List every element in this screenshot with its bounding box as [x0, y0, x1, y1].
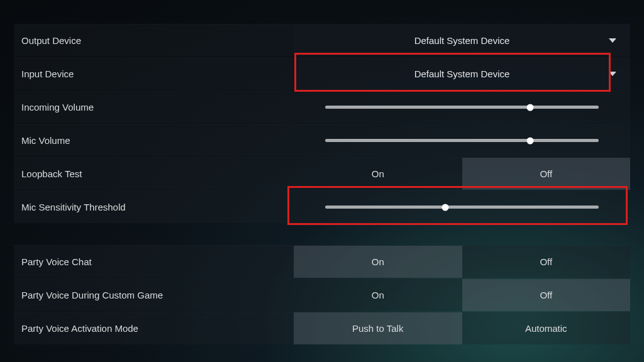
mic-threshold-label: Mic Sensitivity Threshold	[14, 202, 294, 212]
incoming-volume-row: Incoming Volume	[14, 90, 630, 123]
party-voice-custom-label: Party Voice During Custom Game	[14, 290, 294, 300]
party-voice-off[interactable]: Off	[462, 246, 631, 278]
mic-threshold-slider[interactable]	[294, 191, 630, 223]
input-device-value: Default System Device	[414, 69, 510, 79]
incoming-volume-slider[interactable]	[294, 91, 630, 123]
party-voice-custom-row: Party Voice During Custom Game On Off	[14, 278, 630, 311]
slider-thumb[interactable]	[527, 137, 534, 144]
mic-volume-label: Mic Volume	[14, 135, 294, 146]
party-voice-custom-on[interactable]: On	[294, 279, 462, 311]
input-device-row: Input Device Default System Device	[14, 57, 630, 90]
party-activation-ptt[interactable]: Push to Talk	[294, 312, 462, 344]
loopback-row: Loopback Test On Off	[14, 157, 630, 190]
party-voice-custom-toggle: On Off	[294, 279, 630, 311]
party-activation-toggle: Push to Talk Automatic	[294, 312, 630, 344]
chevron-down-icon	[609, 69, 616, 79]
slider-track	[325, 206, 599, 209]
chevron-down-icon	[609, 35, 616, 46]
output-device-value: Default System Device	[414, 35, 510, 46]
party-voice-toggle: On Off	[294, 246, 630, 278]
mic-threshold-row: Mic Sensitivity Threshold	[14, 190, 630, 223]
loopback-on[interactable]: On	[294, 158, 462, 190]
slider-thumb[interactable]	[442, 204, 449, 211]
input-device-dropdown[interactable]: Default System Device	[294, 58, 630, 90]
mic-volume-slider[interactable]	[294, 124, 630, 156]
output-device-row: Output Device Default System Device	[14, 24, 630, 57]
party-activation-label: Party Voice Activation Mode	[14, 323, 294, 334]
slider-track	[325, 139, 599, 142]
mic-volume-row: Mic Volume	[14, 124, 630, 156]
party-voice-label: Party Voice Chat	[14, 256, 294, 267]
party-activation-row: Party Voice Activation Mode Push to Talk…	[14, 312, 630, 344]
party-voice-row: Party Voice Chat On Off	[14, 245, 630, 278]
loopback-off[interactable]: Off	[462, 158, 631, 190]
input-device-label: Input Device	[14, 69, 294, 79]
slider-track	[325, 106, 599, 109]
party-activation-auto[interactable]: Automatic	[462, 312, 631, 344]
loopback-label: Loopback Test	[14, 168, 294, 179]
party-voice-on[interactable]: On	[294, 246, 462, 278]
slider-thumb[interactable]	[527, 104, 534, 111]
output-device-dropdown[interactable]: Default System Device	[294, 25, 630, 57]
loopback-toggle: On Off	[294, 158, 630, 190]
party-voice-custom-off[interactable]: Off	[462, 279, 631, 311]
incoming-volume-label: Incoming Volume	[14, 102, 294, 112]
output-device-label: Output Device	[14, 35, 294, 46]
